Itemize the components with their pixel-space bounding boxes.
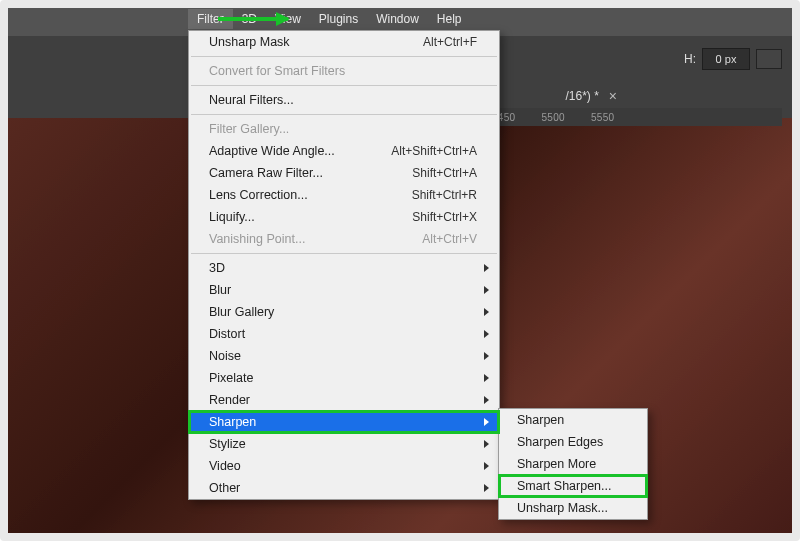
filter-dropdown-menu: Unsharp Mask Alt+Ctrl+F Convert for Smar…: [188, 30, 500, 500]
menu-item-camera-raw[interactable]: Camera Raw Filter... Shift+Ctrl+A: [189, 162, 499, 184]
menu-item-shortcut: Alt+Ctrl+V: [422, 232, 477, 246]
menu-item-render-submenu[interactable]: Render: [189, 389, 499, 411]
menu-item-shortcut: Shift+Ctrl+X: [412, 210, 477, 224]
menu-item-shortcut: Alt+Ctrl+F: [423, 35, 477, 49]
menu-item-adaptive-wide-angle[interactable]: Adaptive Wide Angle... Alt+Shift+Ctrl+A: [189, 140, 499, 162]
menu-help[interactable]: Help: [428, 9, 471, 29]
height-field[interactable]: 0 px: [702, 48, 750, 70]
menu-item-lens-correction[interactable]: Lens Correction... Shift+Ctrl+R: [189, 184, 499, 206]
menu-item-shortcut: Shift+Ctrl+A: [412, 166, 477, 180]
menu-bar: Filter 3D View Plugins Window Help: [8, 8, 792, 30]
menu-item-sharpen-submenu[interactable]: Sharpen: [189, 411, 499, 433]
submenu-item-smart-sharpen[interactable]: Smart Sharpen...: [499, 475, 647, 497]
submenu-item-unsharp-mask[interactable]: Unsharp Mask...: [499, 497, 647, 519]
horizontal-ruler: 5450 5500 5550: [478, 108, 782, 126]
menu-item-label: 3D: [209, 261, 477, 275]
menu-item-3d-submenu[interactable]: 3D: [189, 257, 499, 279]
menu-item-shortcut: Shift+Ctrl+R: [412, 188, 477, 202]
annotation-arrow: [218, 17, 288, 21]
close-icon[interactable]: ×: [609, 88, 617, 104]
menu-item-label: Smart Sharpen...: [517, 479, 612, 493]
menu-item-label: Vanishing Point...: [209, 232, 422, 246]
menu-separator: [191, 85, 497, 86]
menu-item-vanishing-point: Vanishing Point... Alt+Ctrl+V: [189, 228, 499, 250]
menu-item-label: Sharpen More: [517, 457, 596, 471]
menu-item-neural-filters[interactable]: Neural Filters...: [189, 89, 499, 111]
menu-item-blur-submenu[interactable]: Blur: [189, 279, 499, 301]
menu-item-label: Sharpen: [209, 415, 477, 429]
submenu-item-sharpen-edges[interactable]: Sharpen Edges: [499, 431, 647, 453]
height-label: H:: [684, 52, 696, 66]
menu-item-filter-gallery: Filter Gallery...: [189, 118, 499, 140]
ruler-tick: 5550: [591, 112, 614, 123]
menu-item-label: Render: [209, 393, 477, 407]
menu-item-blur-gallery-submenu[interactable]: Blur Gallery: [189, 301, 499, 323]
menu-item-noise-submenu[interactable]: Noise: [189, 345, 499, 367]
submenu-item-sharpen[interactable]: Sharpen: [499, 409, 647, 431]
menu-item-label: Video: [209, 459, 477, 473]
menu-item-label: Convert for Smart Filters: [209, 64, 477, 78]
menu-item-label: Noise: [209, 349, 477, 363]
menu-item-label: Other: [209, 481, 477, 495]
menu-plugins[interactable]: Plugins: [310, 9, 367, 29]
options-swatch[interactable]: [756, 49, 782, 69]
menu-item-convert-smart: Convert for Smart Filters: [189, 60, 499, 82]
menu-item-last-filter[interactable]: Unsharp Mask Alt+Ctrl+F: [189, 31, 499, 53]
menu-item-stylize-submenu[interactable]: Stylize: [189, 433, 499, 455]
menu-item-label: Liquify...: [209, 210, 412, 224]
menu-item-liquify[interactable]: Liquify... Shift+Ctrl+X: [189, 206, 499, 228]
menu-item-shortcut: Alt+Shift+Ctrl+A: [391, 144, 477, 158]
document-title: /16*) *: [565, 89, 598, 103]
document-tab[interactable]: /16*) * ×: [565, 88, 617, 104]
menu-item-label: Stylize: [209, 437, 477, 451]
menu-item-label: Sharpen: [517, 413, 564, 427]
menu-item-label: Blur: [209, 283, 477, 297]
menu-item-label: Neural Filters...: [209, 93, 477, 107]
menu-separator: [191, 253, 497, 254]
menu-item-label: Camera Raw Filter...: [209, 166, 412, 180]
menu-separator: [191, 114, 497, 115]
submenu-item-sharpen-more[interactable]: Sharpen More: [499, 453, 647, 475]
menu-item-label: Unsharp Mask...: [517, 501, 608, 515]
menu-window[interactable]: Window: [367, 9, 428, 29]
ruler-tick: 5500: [541, 112, 564, 123]
menu-separator: [191, 56, 497, 57]
sharpen-submenu: Sharpen Sharpen Edges Sharpen More Smart…: [498, 408, 648, 520]
menu-item-label: Pixelate: [209, 371, 477, 385]
menu-item-label: Distort: [209, 327, 477, 341]
menu-item-label: Filter Gallery...: [209, 122, 477, 136]
menu-item-label: Lens Correction...: [209, 188, 412, 202]
menu-item-pixelate-submenu[interactable]: Pixelate: [189, 367, 499, 389]
menu-item-label: Blur Gallery: [209, 305, 477, 319]
menu-item-label: Unsharp Mask: [209, 35, 423, 49]
menu-item-label: Adaptive Wide Angle...: [209, 144, 391, 158]
options-bar-fragment: H: 0 px: [684, 48, 782, 70]
menu-item-video-submenu[interactable]: Video: [189, 455, 499, 477]
menu-item-distort-submenu[interactable]: Distort: [189, 323, 499, 345]
menu-item-other-submenu[interactable]: Other: [189, 477, 499, 499]
menu-item-label: Sharpen Edges: [517, 435, 603, 449]
